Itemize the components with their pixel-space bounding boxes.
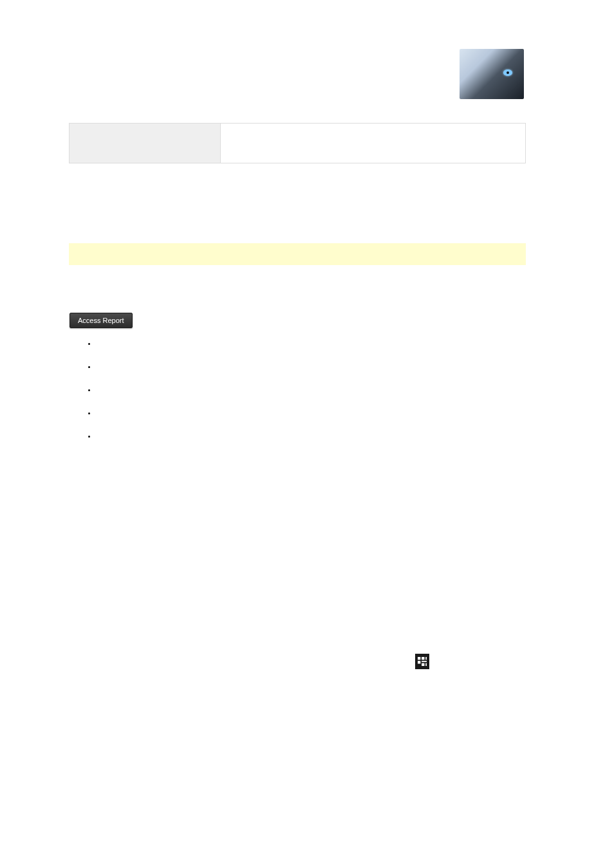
svg-rect-1 <box>422 657 424 660</box>
svg-rect-5 <box>422 663 424 666</box>
wolf-image <box>460 49 524 99</box>
svg-rect-0 <box>418 657 420 660</box>
svg-rect-6 <box>425 663 427 666</box>
svg-rect-2 <box>425 657 427 660</box>
svg-rect-3 <box>418 661 420 663</box>
access-report-button[interactable]: Access Report <box>70 313 133 328</box>
definition-label-cell <box>70 124 221 163</box>
page-container: Access Report <box>0 0 614 868</box>
qr-icon-svg <box>418 657 427 666</box>
svg-rect-4 <box>422 661 427 662</box>
qr-icon <box>415 654 429 669</box>
definition-value-cell <box>221 124 526 163</box>
highlight-strip <box>69 243 526 265</box>
definition-table <box>69 123 526 163</box>
access-report-label: Access Report <box>78 317 124 324</box>
wolf-eye-highlight <box>503 69 512 76</box>
table-row <box>70 124 526 163</box>
wolf-pupil <box>507 71 509 74</box>
